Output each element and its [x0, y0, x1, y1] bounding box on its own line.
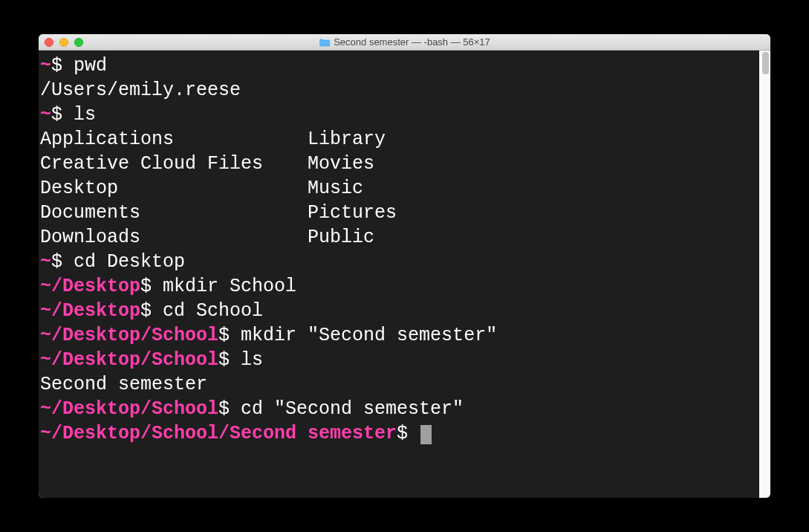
ls-item: Pictures [308, 201, 397, 225]
ls-item: Music [308, 176, 397, 201]
scrollbar-thumb[interactable] [762, 52, 769, 74]
command-text: ls [241, 349, 263, 371]
ls-item: Creative Cloud Files [40, 152, 308, 176]
folder-icon [319, 38, 330, 47]
terminal-output: /Users/emily.reese [40, 78, 769, 103]
prompt-dollar: $ [51, 251, 62, 273]
prompt-dollar: $ [51, 55, 62, 77]
ls-item: Applications [40, 127, 308, 152]
terminal-line: ~/Desktop/School$ cd "Second semester" [40, 397, 769, 421]
prompt-dollar: $ [218, 325, 230, 346]
scrollbar-track[interactable] [759, 51, 770, 498]
prompt-path: ~/Desktop/School [40, 325, 218, 346]
prompt-path: ~/Desktop/School [40, 349, 218, 371]
title-text: Second semester — -bash — 56×17 [334, 36, 490, 48]
ls-column: Applications Creative Cloud Files Deskto… [40, 127, 308, 250]
terminal-window: Second semester — -bash — 56×17 ~$ pwd /… [39, 34, 770, 498]
ls-item: Desktop [40, 176, 308, 201]
terminal-line: ~/Desktop$ cd School [40, 299, 769, 323]
traffic-lights [45, 38, 83, 47]
maximize-button[interactable] [74, 38, 83, 47]
terminal-output: Second semester [40, 372, 769, 397]
ls-item: Documents [40, 201, 308, 225]
command-text: cd Desktop [74, 251, 185, 273]
prompt-dollar: $ [397, 423, 408, 444]
prompt-dollar: $ [51, 104, 62, 126]
prompt-path: ~/Desktop [40, 300, 140, 322]
prompt-path: ~ [40, 104, 51, 126]
minimize-button[interactable] [59, 38, 68, 47]
command-text: cd "Second semester" [241, 398, 464, 420]
prompt-dollar: $ [218, 398, 230, 420]
terminal-line: ~/Desktop/School$ mkdir "Second semester… [40, 323, 769, 348]
terminal-line: ~$ ls [40, 103, 769, 127]
prompt-path: ~/Desktop/School [40, 398, 218, 420]
command-text: mkdir School [163, 276, 296, 297]
ls-output: Applications Creative Cloud Files Deskto… [40, 127, 769, 250]
terminal-line: ~/Desktop$ mkdir School [40, 274, 769, 299]
ls-item: Movies [308, 152, 397, 176]
command-text: cd School [163, 300, 263, 322]
prompt-path: ~ [40, 251, 51, 273]
ls-item: Public [308, 225, 397, 250]
terminal-line: ~/Desktop/School$ ls [40, 348, 769, 372]
prompt-path: ~/Desktop [40, 276, 140, 297]
prompt-dollar: $ [140, 300, 152, 322]
ls-column: Library Movies Music Pictures Public [308, 127, 397, 250]
command-text: ls [74, 104, 96, 126]
terminal-line: ~$ cd Desktop [40, 250, 769, 274]
terminal-line: ~/Desktop/School/Second semester$ [40, 421, 769, 446]
window-title: Second semester — -bash — 56×17 [319, 36, 490, 48]
prompt-dollar: $ [140, 276, 152, 297]
ls-item: Library [308, 127, 397, 152]
terminal-line: ~$ pwd [40, 53, 769, 78]
titlebar[interactable]: Second semester — -bash — 56×17 [39, 34, 770, 51]
terminal-body[interactable]: ~$ pwd /Users/emily.reese ~$ ls Applicat… [39, 51, 770, 498]
ls-item: Downloads [40, 225, 308, 250]
prompt-dollar: $ [218, 349, 230, 371]
command-text: mkdir "Second semester" [241, 325, 497, 346]
prompt-path: ~ [40, 55, 51, 77]
command-text: pwd [74, 55, 107, 77]
prompt-path: ~/Desktop/School/Second semester [40, 423, 397, 444]
cursor [420, 425, 432, 444]
close-button[interactable] [45, 38, 53, 47]
